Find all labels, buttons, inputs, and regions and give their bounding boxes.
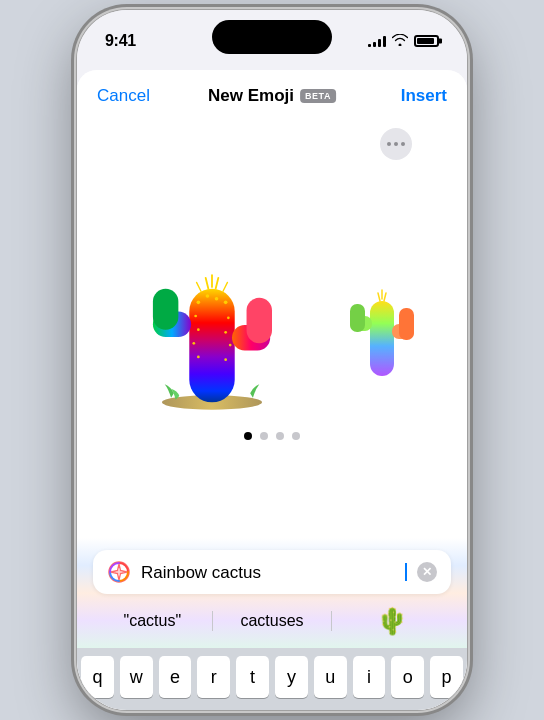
beta-badge: BETA xyxy=(300,89,336,103)
key-t[interactable]: t xyxy=(236,656,269,698)
svg-rect-25 xyxy=(350,304,365,332)
svg-point-11 xyxy=(227,316,230,319)
svg-point-17 xyxy=(224,358,227,361)
carousel-dot-3[interactable] xyxy=(276,432,284,440)
suggestion-item-cactuses[interactable]: cactuses xyxy=(213,606,332,636)
sparkle-icon xyxy=(107,560,131,584)
emoji-display xyxy=(77,118,467,538)
key-e[interactable]: e xyxy=(159,656,192,698)
key-i[interactable]: i xyxy=(353,656,386,698)
svg-point-10 xyxy=(194,315,197,318)
svg-point-16 xyxy=(197,356,200,359)
nav-bar: Cancel New Emoji BETA Insert xyxy=(77,70,467,118)
modal-title: New Emoji xyxy=(208,86,294,106)
svg-point-12 xyxy=(197,328,200,331)
svg-point-15 xyxy=(229,344,232,347)
keyboard-row-1: q w e r t y u i o p xyxy=(81,656,463,698)
suggestion-item-cactus-emoji[interactable]: 🌵 xyxy=(332,602,451,640)
suggestion-item-cactus-quoted[interactable]: "cactus" xyxy=(93,606,212,636)
svg-point-13 xyxy=(224,331,227,334)
carousel-dot-2[interactable] xyxy=(260,432,268,440)
input-area: Rainbow cactus ✕ "cactus" cactuses 🌵 xyxy=(77,538,467,648)
suggestions-row: "cactus" cactuses 🌵 xyxy=(93,594,451,648)
keyboard: q w e r t y u i o p xyxy=(77,648,467,710)
svg-point-14 xyxy=(192,342,195,345)
svg-line-22 xyxy=(223,282,228,291)
svg-line-28 xyxy=(378,293,380,301)
svg-rect-5 xyxy=(247,298,272,343)
svg-point-9 xyxy=(224,301,228,305)
dynamic-island xyxy=(212,20,332,54)
svg-point-6 xyxy=(197,301,201,305)
carousel-dot-1[interactable] xyxy=(244,432,252,440)
more-options-button[interactable] xyxy=(380,128,412,160)
status-time: 9:41 xyxy=(105,32,136,50)
svg-rect-27 xyxy=(399,308,414,340)
key-w[interactable]: w xyxy=(120,656,153,698)
svg-rect-23 xyxy=(370,301,394,376)
svg-line-20 xyxy=(216,278,219,289)
emoji-carousel xyxy=(77,216,467,416)
key-p[interactable]: p xyxy=(430,656,463,698)
svg-point-32 xyxy=(117,570,121,574)
svg-line-18 xyxy=(206,278,209,289)
key-r[interactable]: r xyxy=(197,656,230,698)
clear-search-button[interactable]: ✕ xyxy=(417,562,437,582)
nav-title-group: New Emoji BETA xyxy=(208,86,336,106)
svg-line-21 xyxy=(197,282,202,291)
svg-point-8 xyxy=(215,297,219,301)
search-bar[interactable]: Rainbow cactus ✕ xyxy=(93,550,451,594)
status-icons xyxy=(368,32,439,50)
phone-frame: 9:41 Cancel xyxy=(77,10,467,710)
svg-rect-1 xyxy=(189,289,234,403)
main-emoji[interactable] xyxy=(112,216,312,416)
insert-button[interactable]: Insert xyxy=(401,86,447,106)
key-o[interactable]: o xyxy=(391,656,424,698)
cancel-button[interactable]: Cancel xyxy=(97,86,150,106)
svg-rect-3 xyxy=(153,289,178,330)
key-y[interactable]: y xyxy=(275,656,308,698)
signal-bars-icon xyxy=(368,35,386,47)
wifi-icon xyxy=(392,32,408,50)
carousel-dot-4[interactable] xyxy=(292,432,300,440)
svg-point-7 xyxy=(206,294,210,298)
small-emoji-preview[interactable] xyxy=(332,266,432,366)
key-q[interactable]: q xyxy=(81,656,114,698)
key-u[interactable]: u xyxy=(314,656,347,698)
svg-line-30 xyxy=(384,293,386,301)
battery-icon xyxy=(414,35,439,47)
modal-sheet: Cancel New Emoji BETA Insert xyxy=(77,70,467,710)
carousel-dots xyxy=(244,432,300,440)
search-input[interactable]: Rainbow cactus xyxy=(141,564,394,581)
